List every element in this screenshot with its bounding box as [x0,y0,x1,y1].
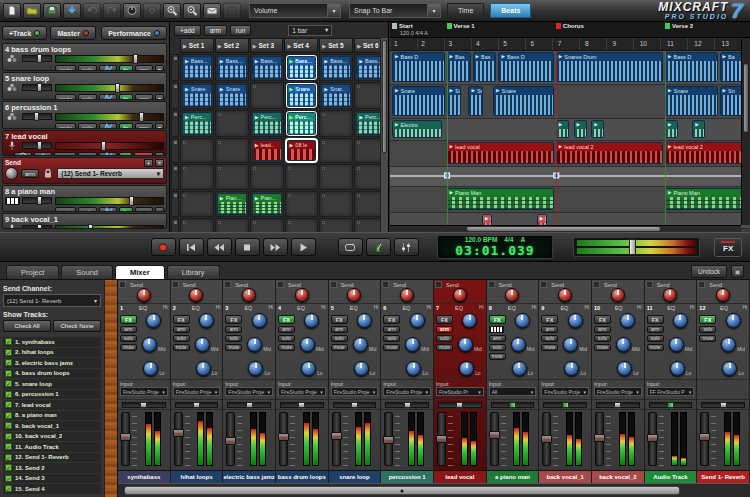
set-header[interactable]: ▶Set 1 [180,38,214,53]
timeline-clip[interactable]: ▶Bass D [665,52,718,82]
clip-slot[interactable] [215,110,249,137]
grid-clip[interactable]: ▶Bass... [252,56,282,79]
clip-slot[interactable]: ▶Snare [180,82,214,109]
grid-clip[interactable]: ▶Snare [217,84,247,107]
automation-icon[interactable] [99,207,117,212]
fx-button[interactable]: FX [647,315,664,324]
eq-mid-knob[interactable] [142,337,157,352]
send-knob[interactable] [558,288,572,302]
play-button[interactable] [291,238,316,256]
eq-hi-knob[interactable] [357,313,372,328]
timeline-clip[interactable]: ▶Bas [447,52,471,82]
clip-slot[interactable]: ▶Snare [215,82,249,109]
input-select[interactable]: FireStudio Proje▾ [278,387,326,396]
eq-hi-knob[interactable] [410,313,425,328]
arm-button[interactable]: arm [647,326,664,333]
track-row[interactable]: 4 bass drum loopsmutesolofxarm▾ [2,43,167,71]
clip-slot[interactable] [250,164,284,190]
eq-lo-knob[interactable] [248,361,263,376]
eq-lo-knob[interactable] [670,361,685,376]
clip-slot[interactable]: ▶Pian... [250,191,284,217]
track-row[interactable]: 6 percussion 1mutesolofxarm▾ [2,101,167,129]
solo-button[interactable]: solo [436,335,453,342]
pan-slider[interactable] [701,402,745,408]
clip-slot[interactable] [319,110,353,137]
send-knob[interactable] [242,288,256,302]
fx-button[interactable]: FX [278,315,295,324]
clip-slot[interactable] [319,164,353,190]
key-value[interactable]: A [520,236,525,243]
set-header[interactable]: ▶Set 2 [215,38,249,53]
zoom-in-icon[interactable] [163,3,181,19]
track-check-item[interactable]: ✓1. synthabass [3,337,101,347]
checkbox-checked-icon[interactable]: ✓ [5,391,12,398]
undock-button[interactable]: Undock [691,265,727,278]
timeline-clip[interactable]: ▶Snar [468,86,482,116]
fx-button[interactable]: FX [594,315,611,324]
mute-button[interactable]: mute [331,344,348,351]
performance-button[interactable]: Performance [101,26,167,40]
tab-sound[interactable]: Sound [61,265,113,279]
timeline-clip[interactable]: ▶Snare [665,86,718,116]
pan-slider[interactable] [333,402,377,408]
timeline-clip[interactable]: ▶Snares Drum [556,52,663,82]
checkbox-checked-icon[interactable]: ✓ [5,443,12,450]
arm-button[interactable]: arm [541,326,558,333]
fx-button[interactable]: fx [119,152,132,156]
mute-button[interactable]: mute [55,207,76,212]
arm-button[interactable]: arm [225,326,242,333]
grid-clip[interactable]: ▶Snare [287,84,317,107]
volume-fader[interactable] [279,412,288,466]
fader-handle[interactable] [647,434,658,442]
eq-lo-knob[interactable] [354,361,369,376]
clip-slot[interactable]: ▶Perc... [180,110,214,137]
input-select[interactable]: FireStudio Proje▾ [383,387,431,396]
timeline-clip[interactable]: ▶ [556,120,569,138]
clip-slot[interactable] [285,191,319,217]
eq-lo-knob[interactable] [459,361,474,376]
track-check-item[interactable]: ✓14. Send 3 [3,474,101,484]
undock-grid-icon[interactable]: ▣ [731,265,744,278]
solo-button[interactable]: solo [383,335,400,342]
master-fx-button[interactable]: FX [714,238,742,257]
track-check-item[interactable]: ✓10. back vocal_2 [3,432,101,442]
mute-button[interactable]: mute [55,94,76,100]
track-volume-slider[interactable] [55,84,164,92]
fx-button[interactable]: fx [119,207,132,212]
row-stop-button[interactable] [171,164,179,190]
mute-button[interactable]: mute [383,344,400,351]
timeline-lane[interactable]: ▶Piano Man▶Piano Man [390,187,750,213]
fader-handle[interactable] [173,429,184,437]
track-volume-slider[interactable] [55,142,164,150]
send-knob[interactable] [189,288,203,302]
volume-fader[interactable] [121,412,130,466]
open-folder-icon[interactable] [23,3,41,19]
send-knob[interactable] [347,288,361,302]
automation-envelope[interactable] [390,167,750,187]
tab-mixer[interactable]: Mixer [115,265,165,279]
send-knob[interactable] [611,288,625,302]
grid-clip[interactable]: ▶Snar.. [321,84,351,107]
checkbox-checked-icon[interactable]: ✓ [5,338,12,345]
eq-hi-knob[interactable] [726,313,741,328]
input-select[interactable]: All▾ [489,387,537,396]
volume-fader[interactable] [332,412,341,466]
fx-button[interactable]: FX [541,315,558,324]
check-none-button[interactable]: Check None [53,320,101,332]
set-header[interactable]: ▶Set 4 [284,38,318,53]
row-stop-button[interactable] [171,138,179,163]
input-select[interactable]: FireStudio Proje▾ [594,387,642,396]
mixer-horizontal-scrollbar[interactable] [118,483,750,497]
send-channel-select[interactable]: (12) Send 1- Reverb▾ [3,294,101,307]
checkbox-checked-icon[interactable]: ✓ [5,349,12,356]
run-button[interactable]: run [230,25,251,36]
fader-handle[interactable] [489,431,500,439]
clip-slot[interactable]: ▶Snar.. [319,82,353,109]
solo-button[interactable]: solo [78,207,97,212]
track-check-item[interactable]: ✓9. back vocal_1 [3,421,101,431]
timeline-lane[interactable]: ▶Snare▶Snar▶Snar▶Snare▶Snare▶Sn [390,85,750,119]
checkbox-checked-icon[interactable]: ✓ [5,422,12,429]
volume-select[interactable]: Volume ▾ [249,3,341,18]
input-select[interactable]: FireStudio Proje▾ [225,387,273,396]
beats-mode-button[interactable]: Beats [490,3,531,18]
